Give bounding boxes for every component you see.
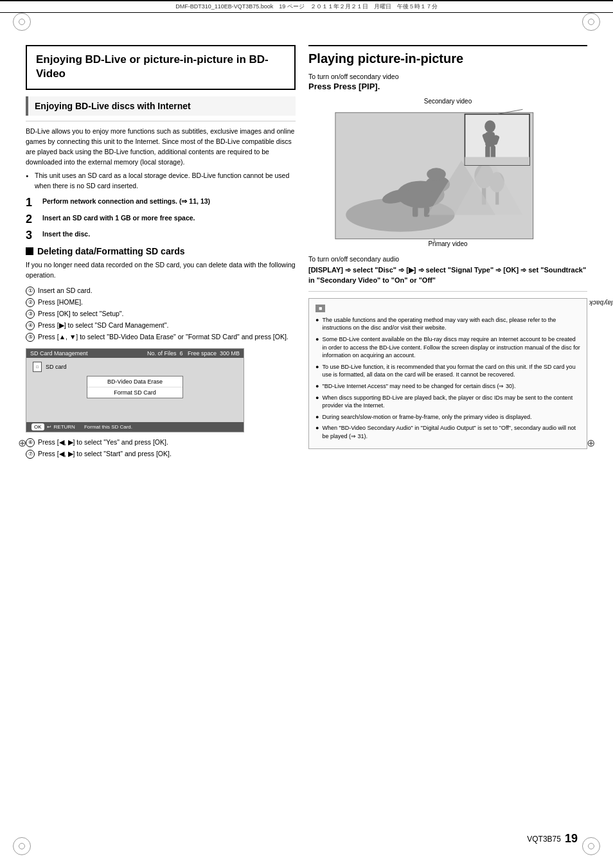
screenshot-sd-label: SD card (46, 364, 67, 370)
step-number-1: 1 (26, 197, 37, 209)
note-text-2: Some BD-Live content available on the Bl… (322, 335, 580, 360)
screenshot-body: □ SD card BD-Video Data Erase Format SD … (26, 358, 244, 422)
page-label: VQT3B75 (527, 835, 561, 844)
right-section-title: Playing picture-in-picture (308, 51, 587, 66)
note-item-6: ● During search/slow-motion or frame-by-… (315, 413, 580, 421)
instruction-1-bold: Press Press [PIP]. (308, 82, 587, 91)
screenshot-footer: OK ↩ RETURN Format this SD Card. (26, 422, 244, 432)
corner-decoration-tl (13, 13, 31, 31)
separator-1 (26, 121, 296, 121)
circle-num-2: ② (26, 298, 35, 307)
instruction-2-bold: [DISPLAY] ➾ select "Disc" ➾ [▶] ➾ select… (308, 265, 587, 286)
circle-num-4: ④ (26, 321, 35, 330)
note-bullet-1: ● (315, 316, 319, 324)
footer-format-text: Format this SD Card. (84, 424, 132, 430)
circle-step-text-3: Press [OK] to select "Setup". (38, 309, 124, 319)
footer-ok-btn: OK (31, 423, 44, 430)
screenshot-header-right: No. of Files 6 Free space 300 MB (147, 350, 240, 357)
footer-return-label: RETURN (54, 424, 75, 430)
deleting-body-text: If you no longer need data recorded on t… (26, 260, 296, 281)
circle-steps-list: ① Insert an SD card. ② Press [HOME]. ③ P… (26, 286, 296, 342)
deleting-title-text: Deleting data/Formatting SD cards (37, 246, 184, 256)
pip-text: Press [PIP]. (333, 82, 380, 91)
subsection-box: Enjoying BD-Live discs with Internet (26, 96, 296, 116)
note-box: ■ ● The usable functions and the operati… (308, 298, 587, 450)
crosshair-left: ⊕ (18, 437, 26, 449)
note-text-7: When "BD-Video Secondary Audio" in "Digi… (322, 424, 580, 440)
note-text-4: "BD-Live Internet Access" may need to be… (322, 382, 515, 391)
svg-point-6 (427, 168, 446, 180)
circle-step-6: ⑥ Press [◀, ▶] to select "Yes" and press… (26, 438, 296, 447)
page-container: ⊕ ⊕ DMF-BDT310_110EB-VQT3B75.book 19 ページ… (0, 0, 613, 868)
bottom-circle-list: ⑥ Press [◀, ▶] to select "Yes" and press… (26, 438, 296, 459)
pip-svg (332, 106, 564, 242)
step-list: 1 Perform network connection and setting… (26, 197, 296, 242)
note-bullet-6: ● (315, 413, 319, 421)
note-text-1: The usable functions and the operating m… (322, 316, 580, 332)
step-item-3: 3 Insert the disc. (26, 229, 296, 242)
step-item-2: 2 Insert an SD card with 1 GB or more fr… (26, 213, 296, 226)
page-footer: VQT3B75 19 (527, 832, 578, 846)
circle-step-text-1: Insert an SD card. (38, 286, 93, 296)
circle-num-6: ⑥ (26, 438, 35, 447)
screenshot-menu: BD-Video Data Erase Format SD Card (87, 376, 183, 398)
corner-decoration-br (582, 837, 600, 855)
note-bullet-7: ● (315, 424, 319, 432)
circle-step-text-7: Press [◀, ▶] to select "Start" and press… (38, 449, 172, 459)
circle-step-text-6: Press [◀, ▶] to select "Yes" and press [… (38, 438, 168, 447)
step-text-1: Perform network connection and settings.… (42, 197, 210, 206)
footer-return-icon: ↩ (47, 424, 51, 430)
note-bullet-3: ● (315, 363, 319, 371)
circle-num-5: ⑤ (26, 333, 35, 342)
circle-num-1: ① (26, 287, 35, 296)
bullet-item-1: This unit uses an SD card as a local sto… (26, 171, 296, 191)
svg-point-17 (484, 120, 495, 132)
circle-step-text-5: Press [▲, ▼] to select "BD-Video Data Er… (38, 332, 289, 342)
circle-step-1: ① Insert an SD card. (26, 286, 296, 296)
circle-step-text-4: Press [▶] to select "SD Card Management"… (38, 321, 168, 330)
circle-step-5: ⑤ Press [▲, ▼] to select "BD-Video Data … (26, 332, 296, 342)
circle-step-7: ⑦ Press [◀, ▶] to select "Start" and pre… (26, 449, 296, 459)
note-item-4: ● "BD-Live Internet Access" may need to … (315, 382, 580, 391)
circle-step-2: ② Press [HOME]. (26, 297, 296, 307)
note-item-1: ● The usable functions and the operating… (315, 316, 580, 332)
notes-list: ● The usable functions and the operating… (315, 316, 580, 441)
circle-step-4: ④ Press [▶] to select "SD Card Managemen… (26, 321, 296, 330)
main-section-box: Enjoying BD-Live or picture-in-picture i… (26, 45, 296, 90)
secondary-video-label: Secondary video (332, 98, 564, 105)
main-section-title: Enjoying BD-Live or picture-in-picture i… (36, 53, 285, 81)
subsection-title: Enjoying BD-Live discs with Internet (35, 100, 289, 112)
note-header-icon: ■ (315, 305, 325, 312)
screenshot-header: SD Card Management No. of Files 6 Free s… (26, 349, 244, 358)
step-text-3: Insert the disc. (42, 229, 90, 239)
instruction-block-2: To turn on/off secondary audio [DISPLAY]… (308, 255, 587, 292)
note-item-3: ● To use BD-Live function, it is recomme… (315, 363, 580, 379)
instruction-1-label: To turn on/off secondary video (308, 73, 587, 80)
left-column: Enjoying BD-Live or picture-in-picture i… (26, 45, 296, 465)
right-top-divider (308, 45, 587, 46)
right-column: Playing picture-in-picture To turn on/of… (308, 45, 587, 465)
note-bullet-2: ● (315, 335, 319, 344)
instruction-2-label: To turn on/off secondary audio (308, 255, 587, 263)
menu-item-erase: BD-Video Data Erase (87, 376, 182, 387)
sd-card-icon: □ (33, 362, 42, 372)
crosshair-right: ⊕ (587, 437, 595, 449)
circle-num-7: ⑦ (26, 450, 35, 459)
page-number: 19 (565, 832, 578, 846)
note-item-5: ● When discs supporting BD-Live are play… (315, 394, 580, 410)
video-illustration: Secondary video (332, 98, 564, 247)
circle-num-3: ③ (26, 310, 35, 319)
note-text-5: When discs supporting BD-Live are played… (322, 394, 580, 410)
note-bullet-4: ● (315, 382, 319, 391)
main-content: Enjoying BD-Live or picture-in-picture i… (0, 13, 613, 491)
note-text-3: To use BD-Live function, it is recommend… (322, 363, 580, 379)
svg-rect-9 (424, 207, 429, 217)
note-item-2: ● Some BD-Live content available on the … (315, 335, 580, 360)
note-bullet-5: ● (315, 394, 319, 402)
svg-rect-8 (413, 207, 418, 217)
step-item-1: 1 Perform network connection and setting… (26, 197, 296, 209)
screenshot-sd-row: □ SD card (33, 362, 237, 372)
svg-rect-21 (485, 145, 490, 159)
press-text: Press (308, 82, 333, 91)
note-text-6: During search/slow-motion or frame-by-fr… (322, 413, 531, 421)
